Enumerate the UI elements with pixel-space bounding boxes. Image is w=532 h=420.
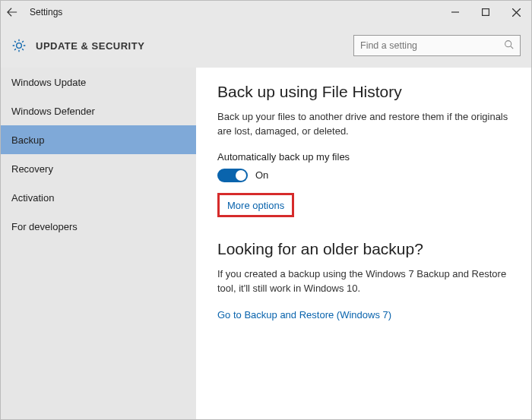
search-icon: [504, 39, 514, 52]
close-icon: [512, 8, 521, 17]
sidebar-item-label: Windows Update: [11, 77, 86, 88]
header-title: UPDATE & SECURITY: [36, 40, 353, 52]
toggle-knob: [236, 170, 246, 181]
header: UPDATE & SECURITY: [1, 24, 531, 68]
sidebar-item-windows-defender[interactable]: Windows Defender: [1, 96, 196, 125]
section-heading-older: Looking for an older backup?: [217, 240, 510, 258]
search-input[interactable]: [360, 40, 504, 51]
toggle-label: Automatically back up my files: [217, 151, 510, 163]
back-arrow-icon: [7, 7, 17, 17]
more-options-link[interactable]: More options: [227, 200, 284, 211]
gear-icon: [11, 38, 27, 53]
sidebar-item-windows-update[interactable]: Windows Update: [1, 68, 196, 96]
section-description: Back up your files to another drive and …: [217, 110, 510, 139]
main-area: Windows Update Windows Defender Backup R…: [1, 68, 531, 419]
search-box[interactable]: [353, 35, 521, 56]
sidebar-item-for-developers[interactable]: For developers: [1, 212, 196, 241]
close-button[interactable]: [501, 1, 531, 24]
content-pane: Back up using File History Back up your …: [196, 68, 531, 419]
older-backup-section: Looking for an older backup? If you crea…: [217, 240, 510, 322]
highlight-annotation: More options: [217, 193, 294, 217]
minimize-button[interactable]: [440, 1, 470, 24]
sidebar-item-label: Windows Defender: [11, 106, 95, 117]
older-description: If you created a backup using the Window…: [217, 267, 510, 296]
sidebar-item-label: Backup: [11, 134, 44, 146]
back-button[interactable]: [1, 1, 24, 24]
section-heading-backup: Back up using File History: [217, 83, 510, 101]
svg-line-3: [511, 46, 513, 49]
maximize-button[interactable]: [470, 1, 501, 24]
toggle-state-text: On: [255, 169, 268, 181]
svg-rect-1: [483, 9, 489, 16]
sidebar-item-backup[interactable]: Backup: [1, 125, 196, 154]
window-title: Settings: [30, 7, 440, 17]
sidebar-item-activation[interactable]: Activation: [1, 183, 196, 212]
toggle-row: On: [217, 169, 510, 182]
auto-backup-toggle[interactable]: [217, 169, 248, 182]
sidebar-item-label: For developers: [11, 221, 78, 232]
title-bar: Settings: [1, 1, 531, 24]
maximize-icon: [482, 8, 489, 16]
sidebar-item-label: Recovery: [11, 163, 53, 175]
minimize-icon: [451, 8, 459, 16]
svg-point-2: [505, 41, 511, 47]
sidebar-item-label: Activation: [11, 192, 54, 204]
sidebar: Windows Update Windows Defender Backup R…: [1, 68, 196, 419]
sidebar-item-recovery[interactable]: Recovery: [1, 154, 196, 183]
backup-restore-link[interactable]: Go to Backup and Restore (Windows 7): [217, 309, 391, 321]
